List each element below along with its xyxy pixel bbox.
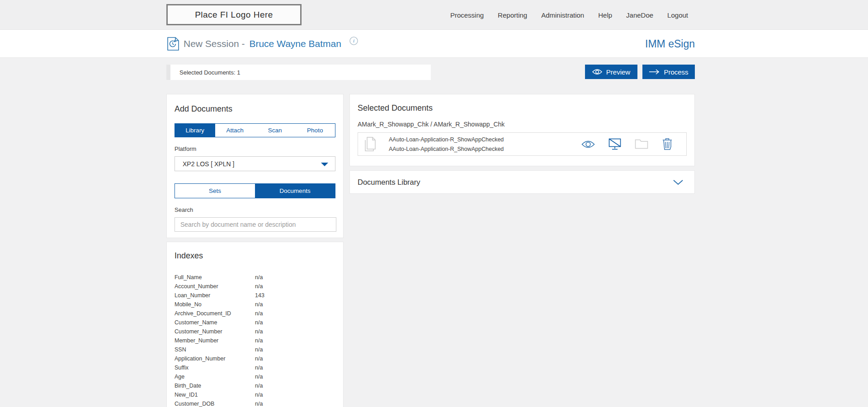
chevron-down-icon	[321, 163, 328, 166]
selected-document-row: AAuto-Loan-Application-R_ShowAppChecked …	[358, 132, 687, 156]
preview-eye-icon[interactable]	[581, 140, 595, 149]
tab-scan[interactable]: Scan	[255, 124, 295, 137]
session-customer-name: Bruce Wayne Batman	[249, 38, 341, 49]
index-name: Loan_Number	[175, 292, 255, 299]
index-name: Application_Number	[175, 356, 255, 362]
index-row: Account_Numbern/a	[175, 282, 335, 291]
fi-logo-text: Place FI Logo Here	[195, 10, 273, 20]
index-value: n/a	[255, 383, 263, 389]
index-name: Account_Number	[175, 283, 255, 290]
index-row: New_ID1n/a	[175, 390, 335, 399]
arrow-right-icon	[649, 69, 660, 75]
index-value: n/a	[255, 401, 263, 407]
document-set-path: AMark_R_Showapp_Chk / AMark_R_Showapp_Ch…	[358, 121, 687, 128]
nav-menu: Processing Reporting Administration Help…	[450, 0, 688, 30]
brand-title: IMM eSign	[645, 30, 695, 58]
index-value: n/a	[255, 283, 263, 290]
index-value: n/a	[255, 365, 263, 371]
process-button-label: Process	[664, 68, 688, 76]
document-pages-icon	[363, 136, 377, 152]
platform-select[interactable]: XP2 LOS [ XPLN ]	[175, 156, 335, 171]
index-row: Customer_Numbern/a	[175, 327, 335, 336]
trash-icon[interactable]	[662, 138, 673, 150]
page-header: New Session - Bruce Wayne Batman i IMM e…	[0, 30, 868, 58]
index-row: Customer_DOBn/a	[175, 399, 335, 407]
index-name: Birth_Date	[175, 383, 255, 389]
index-value: n/a	[255, 328, 263, 335]
index-row: Full_Namen/a	[175, 273, 335, 282]
index-name: New_ID1	[175, 392, 255, 398]
eye-icon	[592, 69, 602, 75]
toggle-documents[interactable]: Documents	[255, 184, 335, 198]
selected-documents-count-bar: Selected Documents: 1	[166, 65, 431, 80]
document-name-line1: AAuto-Loan-Application-R_ShowAppChecked	[389, 136, 504, 143]
search-label: Search	[175, 206, 335, 213]
document-actions	[581, 138, 673, 150]
document-history-icon	[167, 37, 179, 51]
tab-attach[interactable]: Attach	[215, 124, 255, 137]
nav-item-logout[interactable]: Logout	[667, 11, 688, 19]
documents-library-panel[interactable]: Documents Library	[349, 170, 695, 194]
add-documents-tabbar: Library Attach Scan Photo	[175, 123, 335, 137]
push-to-monitor-icon[interactable]	[609, 138, 621, 150]
index-row: Customer_Namen/a	[175, 318, 335, 327]
index-name: Full_Name	[175, 274, 255, 281]
index-value: n/a	[255, 374, 263, 380]
index-name: Customer_DOB	[175, 401, 255, 407]
selected-documents-count: Selected Documents: 1	[179, 69, 240, 76]
index-value: n/a	[255, 310, 263, 317]
nav-item-help[interactable]: Help	[598, 11, 612, 19]
selected-documents-panel: Selected Documents AMark_R_Showapp_Chk /…	[349, 94, 695, 166]
index-name: Member_Number	[175, 337, 255, 344]
index-value: n/a	[255, 274, 263, 281]
nav-item-processing[interactable]: Processing	[450, 11, 484, 19]
indexes-panel: Indexes Full_Namen/a Account_Numbern/a L…	[166, 242, 344, 407]
indexes-title: Indexes	[175, 251, 335, 261]
index-name: SSN	[175, 346, 255, 353]
selected-documents-title: Selected Documents	[358, 103, 687, 113]
svg-text:i: i	[353, 38, 354, 43]
sets-documents-toggle: Sets Documents	[175, 183, 335, 198]
preview-button-label: Preview	[606, 68, 630, 76]
tab-photo[interactable]: Photo	[295, 124, 335, 137]
search-input[interactable]	[175, 217, 336, 232]
index-row: Application_Numbern/a	[175, 354, 335, 363]
session-title: New Session - Bruce Wayne Batman i	[167, 30, 358, 58]
nav-item-user[interactable]: JaneDoe	[626, 11, 653, 19]
nav-item-reporting[interactable]: Reporting	[498, 11, 527, 19]
index-name: Customer_Number	[175, 328, 255, 335]
index-name: Customer_Name	[175, 319, 255, 326]
index-row: Mobile_Non/a	[175, 300, 335, 309]
index-row: Birth_Daten/a	[175, 381, 335, 390]
add-documents-panel: Add Documents Library Attach Scan Photo …	[166, 94, 344, 238]
document-names: AAuto-Loan-Application-R_ShowAppChecked …	[389, 136, 504, 152]
nav-item-administration[interactable]: Administration	[541, 11, 584, 19]
index-value: n/a	[255, 301, 263, 308]
info-icon[interactable]: i	[349, 37, 358, 45]
index-name: Age	[175, 374, 255, 380]
index-row: SSNn/a	[175, 345, 335, 354]
index-row: Loan_Number143	[175, 291, 335, 300]
fi-logo-placeholder: Place FI Logo Here	[166, 4, 302, 25]
preview-button[interactable]: Preview	[585, 65, 637, 79]
index-name: Mobile_No	[175, 301, 255, 308]
index-name: Suffix	[175, 365, 255, 371]
tab-library[interactable]: Library	[175, 124, 215, 137]
platform-selected-value: XP2 LOS [ XPLN ]	[183, 160, 234, 168]
add-documents-title: Add Documents	[175, 104, 335, 114]
imm-esign-page: Place FI Logo Here Processing Reporting …	[0, 0, 868, 407]
document-name-line2: AAuto-Loan-Application-R_ShowAppChecked	[389, 146, 504, 152]
toggle-sets[interactable]: Sets	[175, 184, 255, 198]
index-name: Archive_Document_ID	[175, 310, 255, 317]
index-row: Member_Numbern/a	[175, 336, 335, 345]
folder-icon[interactable]	[635, 139, 648, 149]
top-navbar: Place FI Logo Here Processing Reporting …	[0, 0, 868, 30]
index-value: n/a	[255, 356, 263, 362]
index-value: n/a	[255, 392, 263, 398]
session-label: New Session -	[184, 38, 245, 49]
index-value: 143	[255, 292, 264, 299]
chevron-down-icon[interactable]	[673, 179, 684, 185]
index-row: Suffixn/a	[175, 363, 335, 372]
process-button[interactable]: Process	[642, 65, 695, 79]
index-value: n/a	[255, 319, 263, 326]
